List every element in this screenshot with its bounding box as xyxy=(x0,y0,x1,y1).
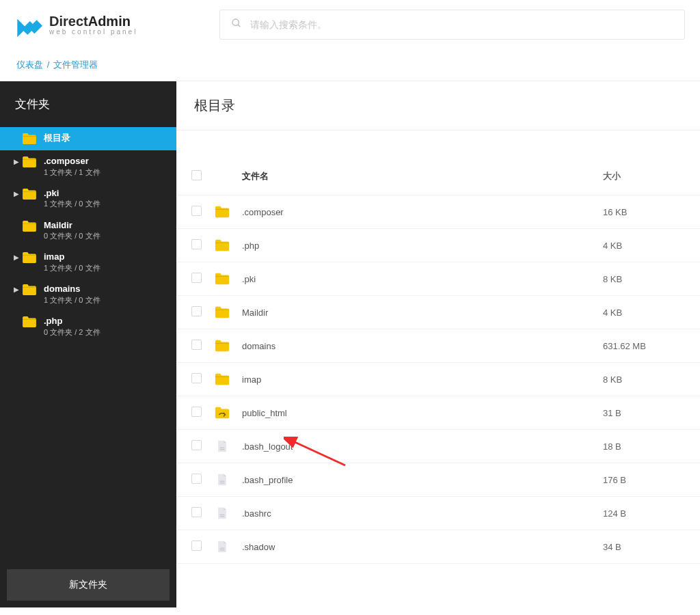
svg-point-0 xyxy=(232,19,239,25)
table-row[interactable]: .composer16 KB xyxy=(176,195,700,229)
row-checkbox[interactable] xyxy=(191,340,202,350)
breadcrumb: 仪表盘 / 文件管理器 xyxy=(0,49,700,81)
file-size: 631.62 MB xyxy=(603,341,685,351)
folder-icon xyxy=(215,272,242,286)
folder-icon xyxy=(215,205,242,219)
row-checkbox[interactable] xyxy=(191,474,202,484)
topbar: DirectAdmin web control panel xyxy=(0,0,700,49)
sidebar-item-imap[interactable]: ▶imap1 文件夹 / 0 文件 xyxy=(0,246,176,278)
file-size: 18 B xyxy=(603,441,685,452)
table-row[interactable]: .pki8 KB xyxy=(176,262,700,296)
sidebar-item-.pki[interactable]: ▶.pki1 文件夹 / 0 文件 xyxy=(0,182,176,215)
new-folder-button[interactable]: 新文件夹 xyxy=(7,569,170,601)
file-size: 16 KB xyxy=(603,207,685,217)
file-size: 34 B xyxy=(603,542,685,552)
row-checkbox[interactable] xyxy=(191,440,202,450)
sidebar-item-label: 根目录 xyxy=(44,133,70,144)
file-size: 31 B xyxy=(603,408,685,418)
row-checkbox[interactable] xyxy=(191,239,202,249)
brand[interactable]: DirectAdmin web control panel xyxy=(15,11,137,38)
sidebar-item-Maildir[interactable]: Maildir0 文件夹 / 0 文件 xyxy=(0,215,176,247)
row-checkbox[interactable] xyxy=(191,306,202,316)
table-row[interactable]: Maildir4 KB xyxy=(176,296,700,329)
sidebar-item-meta: 1 文件夹 / 1 文件 xyxy=(44,168,100,177)
file-name[interactable]: .bash_logout xyxy=(242,441,603,452)
row-checkbox[interactable] xyxy=(191,206,202,216)
sidebar-item-根目录[interactable]: 根目录 xyxy=(0,127,176,150)
column-header-size[interactable]: 大小 xyxy=(603,170,685,182)
table-row[interactable]: .php4 KB xyxy=(176,229,700,262)
file-list-pane: 根目录 文件名 大小 .composer16 KB.php4 KB.pki8 K… xyxy=(176,81,700,607)
table-row[interactable]: public_html31 B xyxy=(176,396,700,430)
row-checkbox[interactable] xyxy=(191,273,202,283)
sidebar-item-meta: 1 文件夹 / 0 文件 xyxy=(44,200,100,208)
search-icon xyxy=(231,18,250,31)
svg-rect-6 xyxy=(220,515,225,515)
table-row[interactable]: domains631.62 MB xyxy=(176,329,700,363)
sidebar-item-meta: 0 文件夹 / 2 文件 xyxy=(44,328,100,337)
folder-icon xyxy=(22,220,37,232)
svg-rect-3 xyxy=(220,449,225,450)
row-checkbox[interactable] xyxy=(191,373,202,383)
file-size: 4 KB xyxy=(603,241,685,251)
file-icon xyxy=(215,473,242,487)
sidebar-item-.composer[interactable]: ▶.composer1 文件夹 / 1 文件 xyxy=(0,150,176,182)
file-name[interactable]: .shadow xyxy=(242,542,603,552)
file-name[interactable]: domains xyxy=(242,341,603,351)
file-size: 176 B xyxy=(603,475,685,485)
file-name[interactable]: .composer xyxy=(242,207,603,217)
sidebar-item-label: .composer xyxy=(44,156,100,167)
file-size: 8 KB xyxy=(603,274,685,284)
search-input[interactable] xyxy=(250,19,673,30)
svg-line-1 xyxy=(238,25,240,27)
folder-icon xyxy=(215,305,242,319)
file-name[interactable]: imap xyxy=(242,374,603,385)
folder-icon xyxy=(215,339,242,353)
content-title: 根目录 xyxy=(176,81,700,131)
folder-tree: 根目录▶.composer1 文件夹 / 1 文件▶.pki1 文件夹 / 0 … xyxy=(0,127,176,562)
table-row[interactable]: .bash_profile176 B xyxy=(176,463,700,497)
row-checkbox[interactable] xyxy=(191,507,202,517)
svg-rect-9 xyxy=(220,549,225,550)
file-name[interactable]: public_html xyxy=(242,408,603,418)
file-name[interactable]: .php xyxy=(242,241,603,251)
table-row[interactable]: .bash_logout18 B xyxy=(176,430,700,463)
sidebar-item-domains[interactable]: ▶domains1 文件夹 / 0 文件 xyxy=(0,278,176,310)
file-name[interactable]: .pki xyxy=(242,274,603,284)
global-search[interactable] xyxy=(219,10,685,40)
folder-icon xyxy=(22,188,37,200)
folder-icon xyxy=(22,251,37,264)
sidebar-title: 文件夹 xyxy=(0,81,176,127)
brand-title: DirectAdmin xyxy=(49,14,137,29)
folder-icon xyxy=(22,156,37,168)
file-icon xyxy=(215,506,242,520)
file-icon xyxy=(215,540,242,554)
file-icon xyxy=(215,439,242,453)
file-name[interactable]: Maildir xyxy=(242,308,603,318)
row-checkbox[interactable] xyxy=(191,541,202,551)
folder-icon xyxy=(22,133,37,145)
sidebar-item-meta: 1 文件夹 / 0 文件 xyxy=(44,264,100,273)
breadcrumb-separator: / xyxy=(47,59,52,70)
folder-icon xyxy=(22,284,37,296)
row-checkbox[interactable] xyxy=(191,407,202,417)
sidebar-item-label: .php xyxy=(44,316,100,327)
folder-icon xyxy=(215,372,242,386)
column-header-name[interactable]: 文件名 xyxy=(242,170,603,182)
file-name[interactable]: .bashrc xyxy=(242,508,603,519)
select-all-checkbox[interactable] xyxy=(191,170,202,180)
breadcrumb-dashboard[interactable]: 仪表盘 xyxy=(16,59,43,70)
expand-caret-icon: ▶ xyxy=(14,286,21,293)
svg-rect-5 xyxy=(220,482,225,483)
table-row[interactable]: .shadow34 B xyxy=(176,530,700,564)
breadcrumb-current[interactable]: 文件管理器 xyxy=(53,59,98,70)
expand-caret-icon: ▶ xyxy=(14,190,21,197)
symlink-folder-icon xyxy=(215,406,242,420)
svg-rect-7 xyxy=(220,516,225,517)
sidebar-item-.php[interactable]: .php0 文件夹 / 2 文件 xyxy=(0,310,176,342)
file-size: 124 B xyxy=(603,508,685,519)
table-row[interactable]: .bashrc124 B xyxy=(176,497,700,530)
sidebar-item-meta: 1 文件夹 / 0 文件 xyxy=(44,296,100,305)
file-name[interactable]: .bash_profile xyxy=(242,475,603,485)
table-row[interactable]: imap8 KB xyxy=(176,363,700,396)
